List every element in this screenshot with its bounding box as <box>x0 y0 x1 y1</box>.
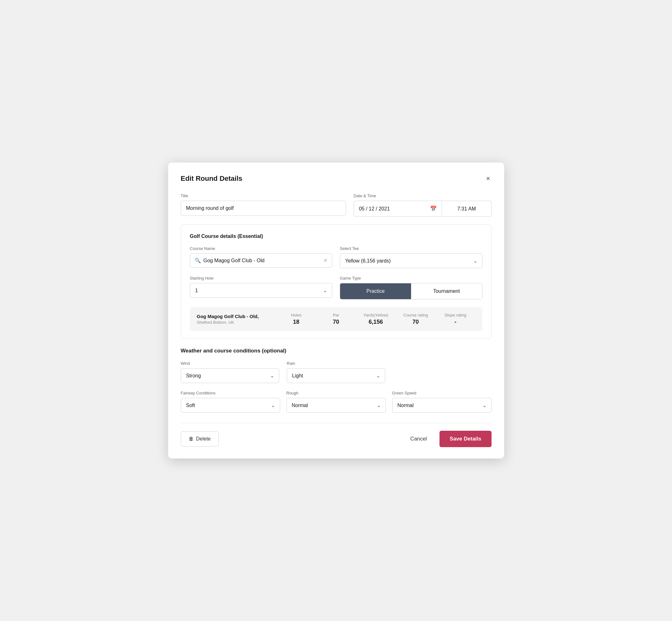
game-type-label: Game Type <box>340 276 482 281</box>
wind-group: Wind Strong ⌄ <box>181 361 279 383</box>
footer-right: Cancel Save Details <box>405 431 491 447</box>
save-button[interactable]: Save Details <box>439 431 491 447</box>
rough-label: Rough <box>287 391 386 396</box>
slope-rating-stat: Slope rating - <box>435 313 475 325</box>
rain-group: Rain Light ⌄ <box>287 361 385 383</box>
holes-label: Holes <box>277 313 316 318</box>
starting-hole-dropdown[interactable]: 1 <box>190 283 333 298</box>
delete-button[interactable]: 🗑 Delete <box>181 431 219 447</box>
select-tee-label: Select Tee <box>340 246 482 251</box>
clear-icon[interactable]: ✕ <box>323 257 328 263</box>
tournament-button[interactable]: Tournament <box>411 283 482 299</box>
course-rating-label: Course rating <box>395 313 435 318</box>
time-input-wrap[interactable]: 7:31 AM <box>442 201 491 217</box>
cancel-button[interactable]: Cancel <box>405 431 432 447</box>
title-group: Title <box>181 194 346 217</box>
starting-hole-label: Starting Hole <box>190 276 333 281</box>
wind-rain-row: Wind Strong ⌄ Rain Light ⌄ <box>181 361 492 383</box>
conditions-row: Fairway Conditions Soft ⌄ Rough Normal ⌄ <box>181 391 492 413</box>
trash-icon: 🗑 <box>189 436 194 442</box>
title-label: Title <box>181 194 346 198</box>
rain-label: Rain <box>287 361 385 366</box>
wind-label: Wind <box>181 361 279 366</box>
yards-stat: Yards(Yellow) 6,156 <box>356 313 395 325</box>
fairway-group: Fairway Conditions Soft ⌄ <box>181 391 280 413</box>
date-input-wrap[interactable]: 05 / 12 / 2021 📅 <box>354 201 442 217</box>
title-input[interactable] <box>181 201 346 216</box>
green-speed-dropdown[interactable]: Normal <box>392 398 492 413</box>
course-name-label: Course Name <box>190 246 333 251</box>
rough-wrap: Normal ⌄ <box>287 398 386 413</box>
starting-hole-group: Starting Hole 1 ⌄ <box>190 276 333 299</box>
course-rating-value: 70 <box>395 319 435 325</box>
wind-wrap: Strong ⌄ <box>181 368 279 383</box>
hole-gametype-row: Starting Hole 1 ⌄ Game Type Practice Tou… <box>190 276 482 299</box>
title-datetime-row: Title Date & Time 05 / 12 / 2021 📅 7:31 … <box>181 194 492 217</box>
course-info-name: Gog Magog Golf Club - Old, Shelford Bott… <box>197 314 277 325</box>
par-value: 70 <box>316 319 356 325</box>
course-info-bar: Gog Magog Golf Club - Old, Shelford Bott… <box>190 307 482 331</box>
course-name-display: Gog Magog Golf Club - Old, <box>197 314 277 319</box>
course-name-group: Course Name 🔍 ✕ <box>190 246 333 268</box>
yards-value: 6,156 <box>356 319 395 325</box>
select-tee-group: Select Tee Yellow (6,156 yards) ⌄ <box>340 246 482 268</box>
calendar-icon: 📅 <box>430 205 437 212</box>
edit-round-modal: Edit Round Details × Title Date & Time 0… <box>168 163 504 458</box>
course-search-wrap[interactable]: 🔍 ✕ <box>190 253 333 267</box>
spacer <box>393 361 491 383</box>
select-tee-dropdown[interactable]: Yellow (6,156 yards) <box>340 253 482 268</box>
fairway-label: Fairway Conditions <box>181 391 280 396</box>
search-icon: 🔍 <box>195 257 201 263</box>
game-type-group: Game Type Practice Tournament <box>340 276 482 299</box>
course-name-input[interactable] <box>204 258 321 263</box>
par-label: Par <box>316 313 356 318</box>
delete-label: Delete <box>196 436 211 442</box>
footer-row: 🗑 Delete Cancel Save Details <box>181 423 492 447</box>
date-value: 05 / 12 / 2021 <box>359 206 390 212</box>
date-time-row: 05 / 12 / 2021 📅 7:31 AM <box>354 201 492 217</box>
fairway-wrap: Soft ⌄ <box>181 398 280 413</box>
course-rating-stat: Course rating 70 <box>395 313 435 325</box>
green-speed-group: Green Speed Normal ⌄ <box>392 391 492 413</box>
green-speed-label: Green Speed <box>392 391 492 396</box>
slope-rating-value: - <box>435 319 475 325</box>
modal-title: Edit Round Details <box>181 174 243 183</box>
rough-dropdown[interactable]: Normal <box>287 398 386 413</box>
starting-hole-wrap: 1 ⌄ <box>190 283 333 298</box>
close-button[interactable]: × <box>485 174 492 183</box>
course-tee-row: Course Name 🔍 ✕ Select Tee Yellow (6,156… <box>190 246 482 268</box>
golf-section-title: Golf Course details (Essential) <box>190 234 482 239</box>
fairway-dropdown[interactable]: Soft <box>181 398 280 413</box>
rain-dropdown[interactable]: Light <box>287 368 385 383</box>
time-value: 7:31 AM <box>458 206 476 212</box>
datetime-group: Date & Time 05 / 12 / 2021 📅 7:31 AM <box>354 194 492 217</box>
wind-dropdown[interactable]: Strong <box>181 368 279 383</box>
select-tee-wrap: Yellow (6,156 yards) ⌄ <box>340 253 482 268</box>
datetime-label: Date & Time <box>354 194 492 198</box>
course-location: Shelford Bottom, UK <box>197 320 277 325</box>
weather-section-title: Weather and course conditions (optional) <box>181 348 492 354</box>
modal-header: Edit Round Details × <box>181 174 492 183</box>
rain-wrap: Light ⌄ <box>287 368 385 383</box>
slope-rating-label: Slope rating <box>435 313 475 318</box>
holes-value: 18 <box>277 319 316 325</box>
green-speed-wrap: Normal ⌄ <box>392 398 492 413</box>
holes-stat: Holes 18 <box>277 313 316 325</box>
rough-group: Rough Normal ⌄ <box>287 391 386 413</box>
game-type-toggle: Practice Tournament <box>340 283 482 299</box>
weather-section: Weather and course conditions (optional)… <box>181 348 492 413</box>
par-stat: Par 70 <box>316 313 356 325</box>
yards-label: Yards(Yellow) <box>356 313 395 318</box>
golf-course-section: Golf Course details (Essential) Course N… <box>181 224 492 339</box>
practice-button[interactable]: Practice <box>340 283 411 299</box>
